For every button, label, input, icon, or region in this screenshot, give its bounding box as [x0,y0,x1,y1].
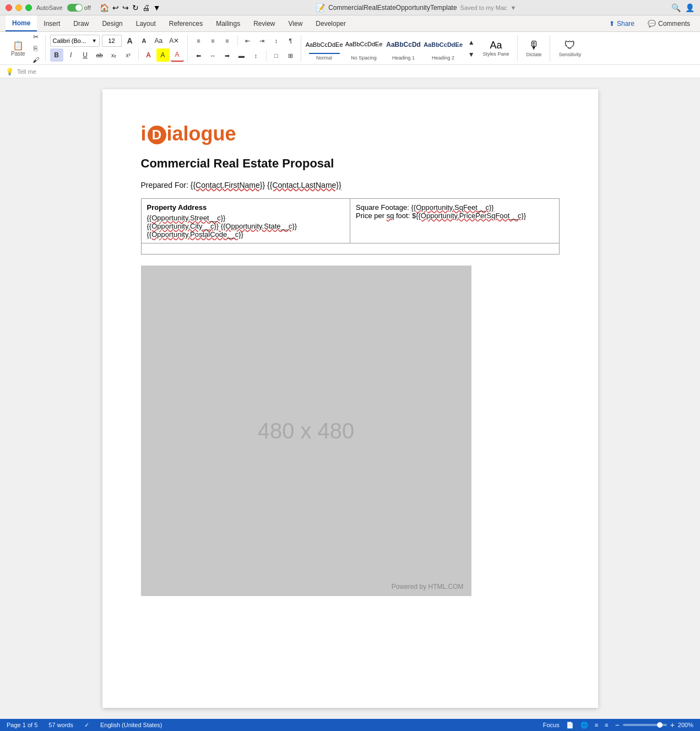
tab-view[interactable]: View [282,15,310,31]
strikethrough-button[interactable]: ab [93,48,106,62]
proofing-status[interactable]: ✓ [84,722,89,729]
subscript-button[interactable]: x₂ [107,48,121,62]
view-outline[interactable]: ≡ [595,722,598,728]
paste-label: Paste [11,51,25,57]
bullets-button[interactable]: ≡ [192,34,205,47]
comments-button[interactable]: 💬 Comments [643,18,694,29]
tab-mailings[interactable]: Mailings [209,15,247,31]
tab-design[interactable]: Design [95,15,129,31]
increase-font-button[interactable]: A [124,35,136,46]
tab-developer[interactable]: Developer [309,15,352,31]
styles-scroll-down[interactable]: ▼ [465,49,477,60]
cut-button[interactable]: ✂ [30,31,42,42]
paste-icon: 📋 [13,40,24,51]
sensitivity-button[interactable]: 🛡 Sensitivity [555,37,586,59]
lightbulb-icon: 💡 [6,68,14,75]
refresh-icon[interactable]: ↻ [132,3,139,12]
tab-review[interactable]: Review [247,15,281,31]
styles-scroll-up[interactable]: ▲ [465,37,477,48]
tab-draw[interactable]: Draw [67,15,95,31]
print-icon[interactable]: 🖨 [142,3,150,12]
decrease-font-button[interactable]: A [138,35,150,46]
view-web[interactable]: 🌐 [580,722,588,729]
language-label: English (United States) [100,722,162,728]
zoom-control: − + 200% [615,721,693,729]
decrease-indent-button[interactable]: ⇤ [241,34,254,47]
city-state-merge: {{Opportunity.City__c}} {{Opportunity.St… [147,222,297,230]
focus-button[interactable]: Focus [543,722,560,728]
heading2-label: Heading 2 [432,55,454,61]
profile-icon[interactable]: 👤 [685,3,694,12]
paste-button[interactable]: 📋 Paste [8,38,29,59]
numbering-button[interactable]: ≡ [207,34,220,47]
share-button[interactable]: ⬆ Share [605,18,639,29]
autosave-label: AutoSave [36,4,63,11]
line-spacing-button[interactable]: ↕ [249,49,263,62]
sort-button[interactable]: ↕ [270,34,283,47]
bold-button[interactable]: B [50,48,63,62]
text-effect-button[interactable]: A [142,48,155,62]
change-case-button[interactable]: Aa [153,35,165,46]
copy-button[interactable]: ⎘ [30,43,42,54]
view-read[interactable]: ≡ [605,722,608,728]
underline-button[interactable]: U [79,48,92,62]
style-no-spacing[interactable]: AaBbCcDdEe No Spacing [345,35,383,62]
superscript-button[interactable]: x² [122,48,135,62]
tell-me-label[interactable]: Tell me [17,68,36,75]
sensitivity-group: 🛡 Sensitivity [551,35,589,62]
style-heading2[interactable]: AaBbCcDdEe Heading 2 [425,35,462,62]
comments-icon: 💬 [648,20,656,28]
redo-icon[interactable]: ↪ [122,3,129,12]
toggle-label: off [84,4,91,11]
style-heading1[interactable]: AaBbCcDd Heading 1 [385,35,422,62]
title-bar-center: 📝 CommercialRealEstateOpportunityTemplat… [165,3,667,12]
clipboard-group: 📋 Paste ✂ ⎘ 🖌 [4,35,46,62]
multilevel-button[interactable]: ≡ [221,34,234,47]
clear-formatting-button[interactable]: A✕ [167,35,181,46]
shading-button[interactable]: □ [270,49,283,62]
tab-layout[interactable]: Layout [129,15,162,31]
tab-references[interactable]: References [162,15,209,31]
dictate-icon: 🎙 [529,39,540,52]
font-color-button[interactable]: A [171,48,184,62]
format-painter-button[interactable]: 🖌 [30,55,42,66]
show-hide-button[interactable]: ¶ [284,34,297,47]
logo-suffix: ialogue [167,122,236,145]
zoom-slider[interactable] [623,724,667,726]
center-button[interactable]: ↔ [207,49,220,62]
search-icon[interactable]: 🔍 [671,3,681,12]
tab-insert[interactable]: Insert [37,15,67,31]
borders-button[interactable]: ⊞ [284,49,297,62]
align-right-button[interactable]: ➡ [221,49,234,62]
styles-pane-button[interactable]: Aa Styles Pane [479,37,514,59]
autosave-toggle[interactable]: off [67,4,91,12]
more-icon[interactable]: ▼ [153,3,161,12]
document-page: iDialogue Commercial Real Estate Proposa… [102,89,598,708]
view-print[interactable]: 📄 [566,722,574,729]
language-status[interactable]: English (United States) [100,722,162,728]
justify-button[interactable]: ▬ [235,49,248,62]
styles-group: AaBbCcDdEe Normal AaBbCcDdEe No Spacing … [302,35,518,62]
price-merge: {{Opportunity.PricePerSqFoot__c}} [416,212,526,220]
logo-section: iDialogue [141,122,560,145]
close-button[interactable] [6,4,12,11]
italic-button[interactable]: I [64,48,78,62]
style-normal[interactable]: AaBbCcDdEe Normal [306,35,343,62]
minimize-button[interactable] [15,4,22,11]
styles-pane-icon: Aa [490,40,502,51]
font-selector[interactable]: Calibri (Bo... ▼ [50,35,100,47]
normal-label: Normal [316,55,332,61]
zoom-minus[interactable]: − [615,721,619,729]
status-bar: Page 1 of 5 57 words ✓ English (United S… [0,719,700,731]
back-icon[interactable]: ↩ [112,3,119,12]
align-left-button[interactable]: ⬅ [192,49,205,62]
home-icon[interactable]: 🏠 [100,3,109,12]
highlight-button[interactable]: A [156,48,170,62]
tab-home[interactable]: Home [6,15,37,31]
last-name-field: {{Contact.LastName}} [267,181,341,189]
font-size-selector[interactable]: 12 [102,35,122,47]
increase-indent-button[interactable]: ⇥ [256,34,269,47]
dictate-button[interactable]: 🎙 Dictate [522,37,546,59]
zoom-plus[interactable]: + [670,721,675,729]
maximize-button[interactable] [25,4,32,11]
